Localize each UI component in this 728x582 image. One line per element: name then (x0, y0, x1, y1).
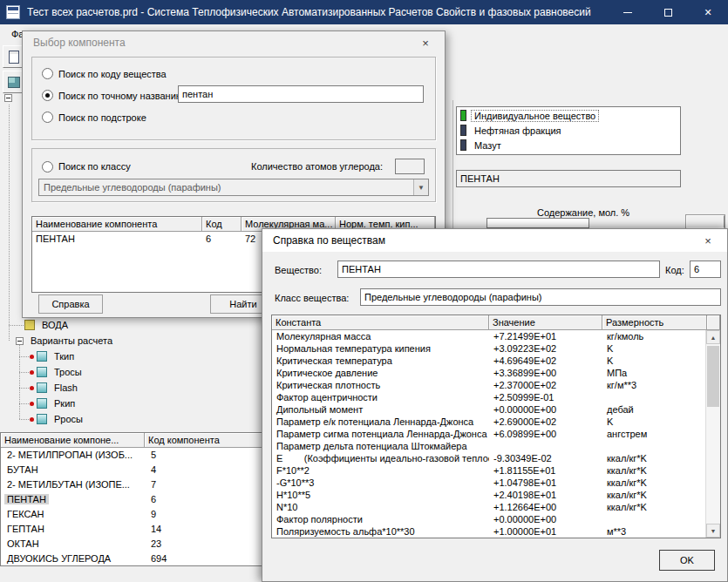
app-icon (6, 5, 20, 19)
constant-row[interactable]: Параметр е/к потенциала Леннарда-Джонса+… (272, 416, 720, 428)
constant-unit (602, 513, 720, 525)
minimize-button[interactable] (608, 0, 648, 24)
help-button[interactable]: Справка (38, 294, 103, 314)
panel-divider (452, 100, 453, 228)
selected-component-field[interactable]: ПЕНТАН (456, 170, 681, 187)
constant-value: +2.37000E+02 (489, 379, 602, 391)
column-header-unit[interactable]: Размерность (602, 315, 707, 330)
radio-label: Поиск по подстроке (58, 112, 146, 123)
tree-item[interactable]: Рросы (0, 411, 262, 427)
constant-name: Молекулярная масса (272, 330, 489, 342)
substance-icon (24, 320, 35, 330)
constant-row[interactable]: F*10**2+1.81155E+01ккал/кг*K (272, 464, 720, 477)
constant-name: Параметр сигма потенциала Леннарда-Джонс… (272, 428, 489, 440)
maximize-button[interactable] (648, 0, 688, 24)
code-field[interactable]: 6 (690, 261, 721, 278)
constant-value (489, 440, 602, 452)
column-header-code[interactable]: Код (202, 217, 242, 232)
bullet-icon (30, 417, 34, 422)
constant-row[interactable]: Дипольный момент+0.00000E+00дебай (272, 403, 720, 416)
constant-unit: ангстрем (602, 428, 720, 440)
class-search-radio[interactable]: Поиск по классу (42, 157, 131, 176)
constant-unit: кг/кмоль (602, 330, 720, 342)
constant-value: +3.36899E+00 (489, 367, 602, 379)
substance-kind-item[interactable]: Мазут (457, 138, 680, 152)
constant-value: +0.00000E+00 (489, 403, 602, 416)
substance-reference-dialog: Справка по веществам × Вещество: ПЕНТАН … (262, 228, 728, 582)
carbon-atoms-input[interactable] (395, 159, 425, 174)
substance-kind-item[interactable]: Нефтяная фракция (457, 123, 680, 138)
constant-unit: ккал/кг*K (602, 477, 720, 489)
dialog-titlebar[interactable]: Справка по веществам × (262, 229, 727, 252)
component-name: ГЕПТАН (4, 524, 47, 534)
constants-body: Молекулярная масса+7.21499E+01кг/кмольНо… (272, 330, 720, 538)
component-name-cell: ГЕКСАН (1, 507, 145, 522)
calc-variant-icon (37, 414, 47, 424)
tree-connector-line (9, 105, 10, 341)
column-header-component[interactable]: Наименование компонента (32, 217, 202, 232)
substance-kind-list: Индивидуальное веществоНефтяная фракцияМ… (456, 106, 681, 155)
code-label: Код: (665, 265, 684, 275)
constant-name: Критическая плотность (272, 379, 489, 391)
constant-row[interactable]: Критическая температура+4.69649E+02K (272, 355, 720, 367)
constant-row[interactable]: Фактор ацентричности+2.50999E-01 (272, 391, 720, 403)
tree-item[interactable]: ВОДА (0, 317, 262, 333)
substance-label: Вещество: (275, 265, 322, 275)
chevron-down-icon[interactable]: ▼ (413, 179, 428, 195)
search-mode-radios: Поиск по коду веществаПоиск по точному н… (42, 63, 183, 128)
constant-row[interactable]: Параметр дельта потенциала Штокмайера (272, 440, 720, 452)
constant-value: +2.69000E+02 (489, 416, 602, 428)
substance-kind-label: Мазут (472, 140, 504, 151)
collapse-icon[interactable] (16, 337, 24, 345)
constant-name: Поляризуемость альфа*10**30 (272, 525, 489, 538)
vertical-scrollbar[interactable]: ▲ ▼ (705, 330, 720, 538)
constant-row[interactable]: Нормальная температура кипения+3.09223E+… (272, 342, 720, 355)
scrollbar-thumb[interactable] (707, 346, 719, 407)
radio-label: Поиск по коду вещества (58, 69, 167, 79)
tree-item[interactable]: Тросы (0, 364, 262, 380)
radio-option[interactable]: Поиск по коду вещества (42, 63, 183, 85)
tree-item[interactable]: Ркип (0, 396, 262, 411)
tree-item-label: Варианты расчета (28, 335, 115, 347)
tree-root-expander-icon[interactable] (4, 94, 12, 102)
column-header-constant[interactable]: Константа (272, 315, 489, 330)
search-input[interactable] (178, 85, 424, 103)
constant-row[interactable]: Параметр сигма потенциала Леннарда-Джонс… (272, 428, 720, 440)
dialog-titlebar[interactable]: Выбор компонента × (23, 31, 445, 54)
dialog-title: Выбор компонента (33, 37, 126, 49)
class-field[interactable]: Предельные углеводороды (парафины) (360, 288, 721, 306)
class-dropdown[interactable]: Предельные углеводороды (парафины) ▼ (38, 179, 429, 196)
constant-row[interactable]: N*10+1.12664E+00ккал/кг*K (272, 501, 720, 513)
constant-row[interactable]: Молекулярная масса+7.21499E+01кг/кмоль (272, 330, 720, 342)
substance-kind-item[interactable]: Индивидуальное вещество (457, 108, 680, 123)
scroll-down-icon[interactable]: ▼ (706, 524, 720, 538)
dialog-close-icon[interactable]: × (406, 31, 445, 54)
substance-kind-label: Индивидуальное вещество (472, 111, 598, 121)
dialog-close-icon[interactable]: × (689, 229, 727, 252)
titlebar: Тест всех расчетов.prd - Система Теплофи… (0, 0, 728, 24)
substance-field[interactable]: ПЕНТАН (337, 261, 660, 278)
tree-connector (19, 403, 29, 404)
constant-row[interactable]: Фактор полярности+0.00000E+00 (272, 513, 720, 525)
tree-item[interactable]: Flash (0, 380, 262, 396)
radio-option[interactable]: Поиск по точному названию (42, 85, 183, 106)
close-button[interactable]: ✕ (688, 0, 728, 24)
component-name-cell: ГЕПТАН (1, 522, 145, 537)
tree-item[interactable]: Варианты расчета (0, 333, 262, 349)
constant-value: +1.12664E+00 (489, 501, 602, 513)
constant-row[interactable]: H*10**5+2.40198E+01ккал/кг*K (272, 489, 720, 501)
constant-row[interactable]: Е (Коэффициенты идеально-газовой теплоем… (272, 452, 720, 464)
constant-row[interactable]: Поляризуемость альфа*10**30+1.00000E+01м… (272, 525, 720, 538)
content-input-partial[interactable] (486, 218, 589, 228)
constant-row[interactable]: -G*10**3+1.04798E+01ккал/кг*K (272, 477, 720, 489)
column-header-value[interactable]: Значение (489, 315, 602, 330)
radio-option[interactable]: Поиск по подстроке (42, 106, 183, 128)
constant-row[interactable]: Критическое давление+3.36899E+00МПа (272, 367, 720, 379)
column-header-name[interactable]: Наименование компоне... (1, 433, 145, 448)
minimize-icon (623, 12, 632, 13)
scroll-up-icon[interactable]: ▲ (706, 330, 720, 344)
constant-row[interactable]: Критическая плотность+2.37000E+02кг/м**3 (272, 379, 720, 391)
partial-button[interactable] (686, 215, 725, 228)
tree-item[interactable]: Ткип (0, 349, 262, 364)
ok-button[interactable]: OK (659, 550, 715, 571)
